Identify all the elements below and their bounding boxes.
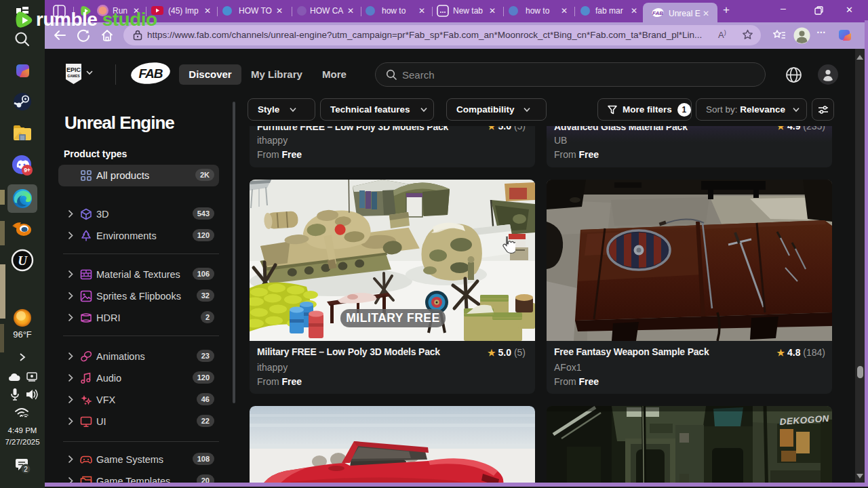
svg-text:U: U	[18, 253, 28, 268]
svg-text:EPIC: EPIC	[66, 66, 81, 73]
svg-text:FAB: FAB	[139, 66, 163, 81]
svg-text:9+: 9+	[24, 167, 31, 174]
svg-text:MILITARY FREE: MILITARY FREE	[346, 311, 439, 325]
svg-text:GAMES: GAMES	[67, 74, 80, 78]
svg-text:FAB: FAB	[652, 10, 663, 16]
svg-text:2: 2	[24, 466, 28, 473]
